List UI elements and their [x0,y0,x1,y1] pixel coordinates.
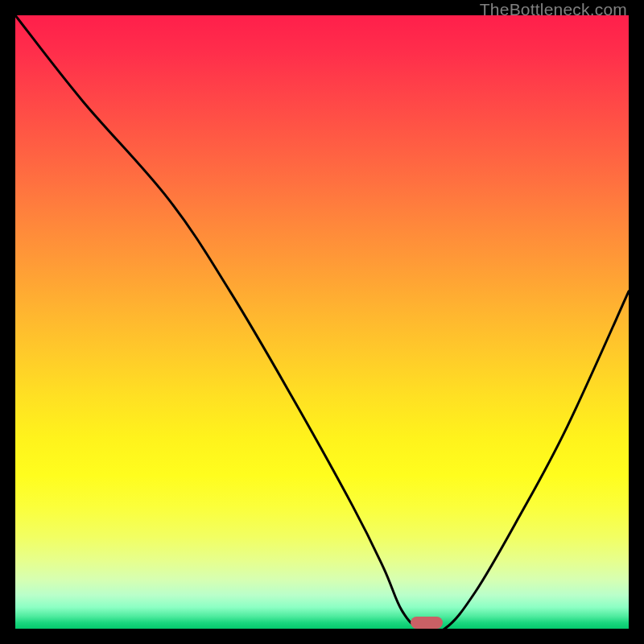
curve-path [15,15,629,629]
bottleneck-curve [15,15,629,629]
optimal-marker [411,617,443,629]
plot-area [15,15,629,629]
watermark-text: TheBottleneck.com [480,0,627,19]
chart-frame: TheBottleneck.com [0,0,644,644]
